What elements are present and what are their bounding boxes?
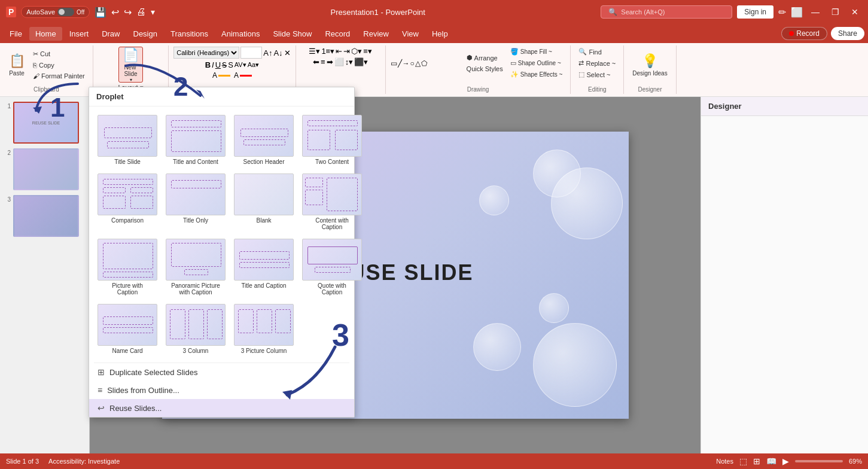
share-button[interactable]: Share (831, 27, 864, 40)
sign-in-button[interactable]: Sign in (737, 5, 773, 19)
reuse-slides-item[interactable]: ↩ Reuse Slides... (89, 399, 354, 417)
shape-outline-button[interactable]: ▭Shape Outline ~ (507, 58, 566, 68)
layout-comparison[interactable]: Comparison (95, 171, 160, 233)
slides-from-outline-item[interactable]: ≡ Slides from Outline... (89, 381, 354, 399)
redo-button[interactable]: ↪ (124, 7, 132, 18)
record-button[interactable]: Record (781, 27, 827, 40)
slide-thumb-3[interactable]: 3 (2, 195, 87, 237)
find-button[interactable]: 🔍Find (575, 47, 619, 57)
select-button[interactable]: ⬚Select ~ (575, 69, 619, 80)
menu-record[interactable]: Record (319, 27, 356, 41)
menu-animations[interactable]: Animations (215, 27, 266, 41)
shape-triangle[interactable]: △ (415, 59, 421, 68)
zoom-slider[interactable] (795, 460, 843, 462)
layout-two-content[interactable]: Two Content (300, 112, 364, 168)
shape-ellipse[interactable]: ○ (410, 59, 415, 68)
shape-line[interactable]: ╱ (398, 59, 402, 68)
columns-button[interactable]: ⬛▾ (354, 57, 368, 66)
menu-view[interactable]: View (396, 27, 425, 41)
italic-button[interactable]: I (212, 60, 214, 69)
layout-button[interactable]: ⬜ (791, 7, 803, 18)
quick-styles-button[interactable]: Quick Styles (464, 64, 506, 74)
underline-button[interactable]: U (215, 60, 221, 69)
layout-3-column[interactable]: 3 Column (163, 302, 228, 357)
layout-title-only[interactable]: Title Only (163, 171, 228, 233)
fontcase-button[interactable]: Aa▾ (248, 61, 259, 69)
layout-panoramic[interactable]: Panoramic Picturewith Caption (163, 236, 228, 298)
slide-image-3[interactable] (13, 195, 79, 237)
new-slide-button[interactable]: 📄 NewSlide ▾ (118, 47, 143, 83)
undo-button[interactable]: ↩ (111, 7, 119, 18)
menu-transitions[interactable]: Transitions (165, 27, 214, 41)
shape-pentagon[interactable]: ⬠ (421, 59, 427, 68)
autosave-toggle[interactable] (57, 8, 74, 16)
layout-name-card[interactable]: Name Card (95, 302, 160, 357)
menu-file[interactable]: File (4, 27, 28, 41)
decrease-font-button[interactable]: A↓ (273, 48, 282, 57)
notes-button[interactable]: Notes (716, 458, 733, 465)
ink-button[interactable]: ✏ (778, 7, 786, 18)
shape-fill-button[interactable]: 🪣Shape Fill ~ (507, 47, 566, 57)
align-left-button[interactable]: ⬅ (313, 57, 319, 66)
autosave-badge[interactable]: AutoSave Off (21, 6, 90, 18)
search-box[interactable]: 🔍 Search (Alt+Q) (601, 5, 732, 19)
layout-picture-caption[interactable]: Picture withCaption (95, 236, 160, 298)
menu-review[interactable]: Review (357, 27, 395, 41)
slide-image-2[interactable] (13, 148, 79, 190)
menu-draw[interactable]: Draw (96, 27, 126, 41)
paste-button[interactable]: 📋 Paste (5, 47, 29, 83)
increase-font-button[interactable]: A↑ (263, 48, 272, 57)
layout-quote-caption[interactable]: Quote withCaption (300, 236, 364, 298)
font-family-select[interactable]: Calibri (Headings) (173, 47, 239, 59)
font-size-input[interactable]: 54 (240, 47, 262, 59)
smartart-button[interactable]: ⬡▾ (351, 47, 362, 56)
layout-blank[interactable]: Blank (232, 171, 296, 233)
align-right-button[interactable]: ➡ (327, 57, 333, 66)
linespacing-button[interactable]: ↕▾ (345, 57, 354, 66)
layout-section-header[interactable]: Section Header (232, 112, 296, 168)
shape-arrow[interactable]: → (403, 59, 410, 68)
clear-format-button[interactable]: ✕ (284, 48, 291, 57)
slide-sorter-button[interactable]: ⊞ (753, 456, 760, 466)
align-center-button[interactable]: ≡ (321, 57, 325, 66)
layout-3-picture-column[interactable]: 3 Picture Column (232, 302, 296, 357)
slide-thumb-1[interactable]: 1 REUSE SLIDE (2, 102, 87, 144)
close-button[interactable]: ✕ (848, 7, 862, 17)
design-ideas-button[interactable]: 💡 Design Ideas (629, 47, 671, 83)
bullets-button[interactable]: ☰▾ (309, 47, 320, 56)
menu-design[interactable]: Design (127, 27, 163, 41)
numbering-button[interactable]: 1≡▾ (321, 47, 334, 56)
restore-button[interactable]: ❐ (828, 7, 843, 17)
slide-image-1[interactable]: REUSE SLIDE (13, 102, 79, 144)
layout-content-caption[interactable]: Content withCaption (300, 171, 364, 233)
normal-view-button[interactable]: ⬚ (739, 456, 747, 466)
strikethrough-button[interactable]: S̶ (222, 60, 227, 69)
slideshow-button[interactable]: ▶ (782, 456, 789, 466)
charspacing-button[interactable]: AV▾ (234, 61, 246, 69)
minimize-button[interactable]: — (808, 7, 823, 17)
save-button[interactable]: 💾 (95, 7, 106, 18)
layout-title-slide[interactable]: Title Slide (95, 112, 160, 168)
format-painter-button[interactable]: 🖌Format Painter (30, 71, 88, 81)
slide-thumb-2[interactable]: 2 (2, 148, 87, 190)
customize-button[interactable]: ▾ (151, 7, 155, 17)
duplicate-slides-item[interactable]: ⊞ Duplicate Selected Slides (89, 363, 354, 381)
arrange-button[interactable]: ⬢Arrange (464, 53, 506, 63)
print-button[interactable]: 🖨 (136, 7, 146, 17)
reading-view-button[interactable]: 📖 (766, 456, 776, 466)
replace-button[interactable]: ⇄Replace ~ (575, 58, 619, 68)
justify-button[interactable]: ⬜ (334, 57, 344, 66)
shape-rect[interactable]: ▭ (391, 59, 397, 68)
textalign-button[interactable]: ≡▾ (363, 47, 372, 56)
menu-slideshow[interactable]: Slide Show (267, 27, 318, 41)
cut-button[interactable]: ✂Cut (30, 49, 88, 59)
increase-indent-button[interactable]: ⇥ (343, 47, 350, 56)
shape-effects-button[interactable]: ✨Shape Effects ~ (507, 69, 566, 80)
layout-title-caption[interactable]: Title and Caption (232, 236, 296, 298)
copy-button[interactable]: ⎘Copy (30, 60, 88, 70)
bold-button[interactable]: B (205, 60, 211, 69)
shadow-button[interactable]: S (228, 60, 233, 69)
menu-home[interactable]: Home (29, 27, 62, 41)
layout-title-content[interactable]: Title and Content (163, 112, 228, 168)
menu-insert[interactable]: Insert (63, 27, 95, 41)
